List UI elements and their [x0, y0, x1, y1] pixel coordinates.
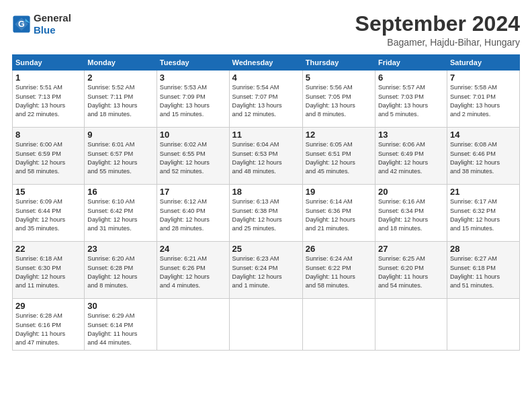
day-number: 25 [232, 244, 300, 254]
day-number: 22 [15, 244, 81, 254]
month-title: September 2024 [355, 12, 520, 36]
page: G General Blue September 2024 Bagamer, H… [0, 0, 532, 411]
table-row: 29Sunrise: 6:28 AMSunset: 6:16 PMDayligh… [13, 299, 85, 350]
table-row: 9Sunrise: 6:01 AMSunset: 6:57 PMDaylight… [85, 128, 157, 185]
day-number: 23 [87, 244, 154, 254]
day-number: 14 [450, 130, 517, 140]
table-row: 27Sunrise: 6:25 AMSunset: 6:20 PMDayligh… [375, 242, 447, 299]
day-number: 30 [87, 301, 154, 311]
table-row: 17Sunrise: 6:12 AMSunset: 6:40 PMDayligh… [157, 185, 229, 242]
day-number: 8 [15, 130, 81, 140]
day-number: 1 [15, 73, 81, 83]
day-info: Sunrise: 5:53 AMSunset: 7:09 PMDaylight:… [160, 84, 210, 118]
day-info: Sunrise: 6:13 AMSunset: 6:38 PMDaylight:… [232, 198, 282, 232]
day-info: Sunrise: 6:21 AMSunset: 6:26 PMDaylight:… [160, 255, 210, 289]
day-number: 15 [15, 187, 81, 197]
day-number: 4 [232, 73, 300, 83]
table-row: 5Sunrise: 5:56 AMSunset: 7:05 PMDaylight… [302, 71, 375, 128]
day-number: 17 [160, 187, 226, 197]
day-number: 24 [160, 244, 226, 254]
calendar-table: Sunday Monday Tuesday Wednesday Thursday… [12, 54, 520, 350]
day-number: 9 [87, 130, 154, 140]
day-info: Sunrise: 5:52 AMSunset: 7:11 PMDaylight:… [87, 84, 137, 118]
table-row: 24Sunrise: 6:21 AMSunset: 6:26 PMDayligh… [157, 242, 229, 299]
table-row: 15Sunrise: 6:09 AMSunset: 6:44 PMDayligh… [13, 185, 85, 242]
day-number: 6 [378, 73, 444, 83]
table-row: 1Sunrise: 5:51 AMSunset: 7:13 PMDaylight… [13, 71, 85, 128]
table-row: 19Sunrise: 6:14 AMSunset: 6:36 PMDayligh… [302, 185, 375, 242]
col-saturday: Saturday [447, 55, 519, 71]
table-row: 4Sunrise: 5:54 AMSunset: 7:07 PMDaylight… [229, 71, 302, 128]
day-number: 5 [306, 73, 372, 83]
day-info: Sunrise: 6:16 AMSunset: 6:34 PMDaylight:… [378, 198, 428, 232]
svg-text:G: G [18, 19, 25, 29]
table-row [229, 299, 302, 350]
logo-general: General [34, 12, 71, 24]
table-row: 3Sunrise: 5:53 AMSunset: 7:09 PMDaylight… [157, 71, 229, 128]
day-info: Sunrise: 6:01 AMSunset: 6:57 PMDaylight:… [87, 141, 137, 175]
location-title: Bagamer, Hajdu-Bihar, Hungary [355, 37, 520, 48]
table-row: 30Sunrise: 6:29 AMSunset: 6:14 PMDayligh… [85, 299, 157, 350]
day-info: Sunrise: 6:08 AMSunset: 6:46 PMDaylight:… [450, 141, 500, 175]
day-info: Sunrise: 6:14 AMSunset: 6:36 PMDaylight:… [306, 198, 355, 232]
table-row: 16Sunrise: 6:10 AMSunset: 6:42 PMDayligh… [85, 185, 157, 242]
table-row: 6Sunrise: 5:57 AMSunset: 7:03 PMDaylight… [375, 71, 447, 128]
day-number: 29 [15, 301, 81, 311]
col-wednesday: Wednesday [229, 55, 302, 71]
table-row: 11Sunrise: 6:04 AMSunset: 6:53 PMDayligh… [229, 128, 302, 185]
calendar-header-row: Sunday Monday Tuesday Wednesday Thursday… [13, 55, 520, 71]
day-info: Sunrise: 6:02 AMSunset: 6:55 PMDaylight:… [160, 141, 210, 175]
day-number: 3 [160, 73, 226, 83]
day-number: 28 [450, 244, 517, 254]
day-info: Sunrise: 6:24 AMSunset: 6:22 PMDaylight:… [306, 255, 355, 289]
logo-icon: G [12, 15, 31, 34]
day-number: 20 [378, 187, 444, 197]
day-number: 12 [306, 130, 372, 140]
day-number: 21 [450, 187, 517, 197]
col-thursday: Thursday [302, 55, 375, 71]
table-row [302, 299, 375, 350]
table-row: 28Sunrise: 6:27 AMSunset: 6:18 PMDayligh… [447, 242, 519, 299]
day-number: 16 [87, 187, 154, 197]
col-friday: Friday [375, 55, 447, 71]
table-row: 22Sunrise: 6:18 AMSunset: 6:30 PMDayligh… [13, 242, 85, 299]
logo-text: General Blue [34, 12, 71, 36]
day-info: Sunrise: 6:04 AMSunset: 6:53 PMDaylight:… [232, 141, 282, 175]
table-row: 8Sunrise: 6:00 AMSunset: 6:59 PMDaylight… [13, 128, 85, 185]
day-number: 19 [306, 187, 372, 197]
logo-blue: Blue [34, 24, 56, 36]
header: G General Blue September 2024 Bagamer, H… [12, 12, 520, 48]
table-row: 12Sunrise: 6:05 AMSunset: 6:51 PMDayligh… [302, 128, 375, 185]
logo: G General Blue [12, 12, 71, 36]
col-monday: Monday [85, 55, 157, 71]
day-info: Sunrise: 6:23 AMSunset: 6:24 PMDaylight:… [232, 255, 282, 289]
day-info: Sunrise: 6:27 AMSunset: 6:18 PMDaylight:… [450, 255, 500, 289]
day-number: 7 [450, 73, 517, 83]
day-info: Sunrise: 6:10 AMSunset: 6:42 PMDaylight:… [87, 198, 137, 232]
day-info: Sunrise: 6:17 AMSunset: 6:32 PMDaylight:… [450, 198, 500, 232]
day-number: 18 [232, 187, 300, 197]
table-row [157, 299, 229, 350]
table-row: 20Sunrise: 6:16 AMSunset: 6:34 PMDayligh… [375, 185, 447, 242]
day-info: Sunrise: 6:09 AMSunset: 6:44 PMDaylight:… [15, 198, 65, 232]
day-info: Sunrise: 6:29 AMSunset: 6:14 PMDaylight:… [87, 312, 137, 346]
day-info: Sunrise: 5:56 AMSunset: 7:05 PMDaylight:… [306, 84, 355, 118]
day-info: Sunrise: 6:12 AMSunset: 6:40 PMDaylight:… [160, 198, 210, 232]
table-row [447, 299, 519, 350]
table-row: 21Sunrise: 6:17 AMSunset: 6:32 PMDayligh… [447, 185, 519, 242]
col-sunday: Sunday [13, 55, 85, 71]
day-number: 13 [378, 130, 444, 140]
day-info: Sunrise: 6:28 AMSunset: 6:16 PMDaylight:… [15, 312, 65, 346]
table-row: 2Sunrise: 5:52 AMSunset: 7:11 PMDaylight… [85, 71, 157, 128]
table-row: 7Sunrise: 5:58 AMSunset: 7:01 PMDaylight… [447, 71, 519, 128]
table-row [375, 299, 447, 350]
day-number: 27 [378, 244, 444, 254]
day-info: Sunrise: 6:06 AMSunset: 6:49 PMDaylight:… [378, 141, 428, 175]
table-row: 25Sunrise: 6:23 AMSunset: 6:24 PMDayligh… [229, 242, 302, 299]
table-row: 26Sunrise: 6:24 AMSunset: 6:22 PMDayligh… [302, 242, 375, 299]
day-info: Sunrise: 5:57 AMSunset: 7:03 PMDaylight:… [378, 84, 428, 118]
day-info: Sunrise: 6:20 AMSunset: 6:28 PMDaylight:… [87, 255, 137, 289]
day-info: Sunrise: 6:05 AMSunset: 6:51 PMDaylight:… [306, 141, 355, 175]
day-info: Sunrise: 6:18 AMSunset: 6:30 PMDaylight:… [15, 255, 65, 289]
day-info: Sunrise: 5:58 AMSunset: 7:01 PMDaylight:… [450, 84, 500, 118]
